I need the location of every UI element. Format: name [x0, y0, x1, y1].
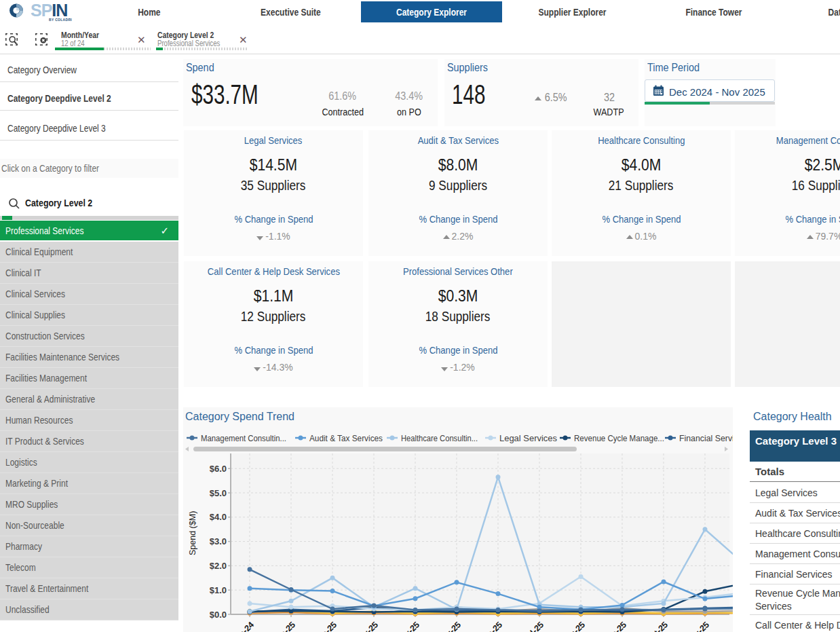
svg-text:Jan-25: Jan-25	[271, 620, 297, 632]
svg-text:Management Consultin...: Management Consultin...	[201, 434, 286, 443]
svg-text:$2.0: $2.0	[210, 561, 227, 571]
svg-text:Spend ($M): Spend ($M)	[188, 511, 197, 555]
svg-text:$6.0: $6.0	[210, 464, 227, 474]
svg-text:Dec-24: Dec-24	[229, 620, 256, 632]
svg-text:Mar-25: Mar-25	[354, 620, 380, 632]
svg-text:May-25: May-25	[436, 620, 463, 632]
svg-text:Legal Services: Legal Services	[499, 434, 557, 443]
svg-text:$5.0: $5.0	[210, 488, 227, 498]
svg-text:Healthcare Consultin...: Healthcare Consultin...	[401, 434, 478, 443]
svg-text:Feb-25: Feb-25	[313, 620, 339, 632]
svg-text:Apr-25: Apr-25	[396, 620, 421, 632]
svg-text:Nov-25: Nov-25	[685, 620, 711, 632]
svg-text:Jun-25: Jun-25	[478, 620, 504, 632]
svg-text:Audit & Tax Services: Audit & Tax Services	[309, 434, 383, 443]
svg-text:Revenue Cycle Manage...: Revenue Cycle Manage...	[574, 434, 664, 443]
svg-text:Aug-25: Aug-25	[560, 620, 587, 632]
svg-text:Jul-25: Jul-25	[522, 620, 546, 632]
svg-text:$1.0: $1.0	[210, 585, 227, 595]
svg-text:Oct-25: Oct-25	[645, 620, 670, 632]
svg-text:Financial Services: Financial Services	[679, 434, 733, 443]
svg-text:$0.0: $0.0	[210, 610, 227, 620]
svg-text:$3.0: $3.0	[210, 536, 227, 546]
svg-text:Sep-25: Sep-25	[602, 620, 628, 632]
svg-text:$4.0: $4.0	[210, 512, 227, 522]
